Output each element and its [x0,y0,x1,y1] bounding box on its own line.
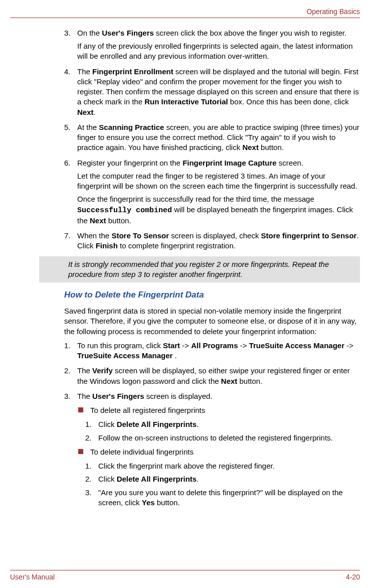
body-content: 3. On the User's Fingers screen click th… [10,28,360,508]
step-6-p3: Once the fingerprint is successfully rea… [77,194,360,226]
square-bullet-icon [78,449,83,454]
step-number: 4. [64,67,71,77]
step-number: 2. [64,366,71,376]
note-box: It is strongly recommended that you regi… [39,256,360,283]
chapter-header: Operating Basics [10,7,360,18]
step-7: 7. When the Store To Sensor screen is di… [64,231,360,251]
delete-intro: Saved fingerprint data is stored in spec… [64,306,360,337]
sa-step-2: 2. Follow the on-screen instructions to … [85,433,360,443]
delete-step-2: 2. The Verify screen will be displayed, … [64,366,360,386]
subsection-heading: How to Delete the Fingerprint Data [64,289,360,301]
step-number: 5. [64,122,71,132]
step-number: 3. [64,28,71,38]
delete-all-steps: 1. Click Delete All Fingerprints. 2. Fol… [85,419,360,443]
sa-step-1: 1. Click Delete All Fingerprints. [85,419,360,429]
bullet-delete-all: To delete all registered fingerprints [77,405,360,415]
step-3: 3. On the User's Fingers screen click th… [64,28,360,62]
step-5: 5. At the Scanning Practice screen, you … [64,122,360,153]
footer-left: User's Manual [10,572,55,582]
sb-step-2: 2. Click Delete All Fingerprints. [85,474,360,484]
step-number: 1. [64,341,71,351]
delete-ind-steps: 1. Click the fingerprint mark above the … [85,461,360,508]
page-footer: User's Manual 4-20 [10,570,360,582]
square-bullet-icon [78,407,83,412]
step-6-p2: Let the computer read the finger to be r… [77,171,360,192]
note-text: It is strongly recommended that you regi… [68,259,356,280]
sb-step-3: 3. "Are you sure you want to delete this… [85,488,360,508]
delete-step-1: 1. To run this program, click Start -> A… [64,341,360,361]
step-6: 6. Register your fingerprint on the Fing… [64,158,360,226]
step-number: 6. [64,158,71,168]
chapter-title: Operating Basics [306,8,360,16]
step-4: 4. The Fingerprint Enrollment screen wil… [64,67,360,117]
footer-right: 4-20 [346,572,360,582]
delete-steps: 1. To run this program, click Start -> A… [64,341,360,508]
step-number: 3. [64,391,71,401]
delete-step-3: 3. The User's Fingers screen is displaye… [64,391,360,508]
bullet-delete-individual: To delete individual fingerprints [77,447,360,457]
step-number: 7. [64,231,71,241]
steps-list: 3. On the User's Fingers screen click th… [64,28,360,251]
step-3-note: If any of the previously enrolled finger… [77,41,360,62]
sb-step-1: 1. Click the fingerprint mark above the … [85,461,360,471]
